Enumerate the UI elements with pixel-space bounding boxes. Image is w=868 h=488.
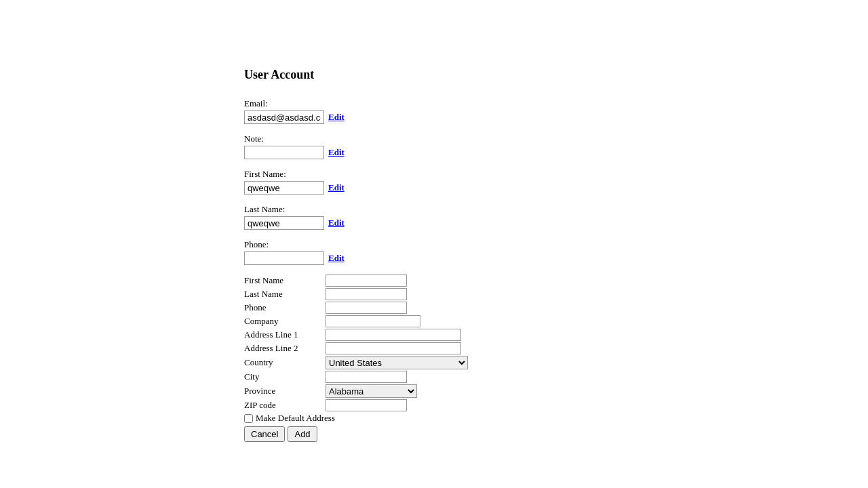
- addr-first-name-label: First Name: [244, 275, 326, 286]
- first-name-row: Edit: [244, 181, 868, 195]
- last-name-group: Last Name: Edit: [244, 204, 868, 230]
- addr-country-row: Country United States: [244, 356, 868, 369]
- addr-last-name-label: Last Name: [244, 289, 326, 300]
- addr-phone-row: Phone: [244, 302, 868, 314]
- phone-row: Edit: [244, 251, 868, 265]
- page-wrapper: User Account Email: Edit Note: Edit Firs…: [0, 0, 868, 442]
- addr-city-label: City: [244, 371, 326, 382]
- addr-country-select[interactable]: United States: [326, 356, 468, 369]
- note-label: Note:: [244, 134, 868, 144]
- addr-zip-label: ZIP code: [244, 400, 326, 411]
- page-title: User Account: [244, 68, 868, 82]
- phone-label: Phone:: [244, 239, 868, 250]
- last-name-input[interactable]: [244, 216, 324, 230]
- addr-province-label: Province: [244, 386, 326, 396]
- phone-group: Phone: Edit: [244, 239, 868, 265]
- email-label: Email:: [244, 98, 868, 109]
- addr-last-name-row: Last Name: [244, 288, 868, 300]
- addr-company-input[interactable]: [326, 315, 420, 327]
- first-name-edit-link[interactable]: Edit: [328, 182, 344, 193]
- email-row: Edit: [244, 110, 868, 124]
- phone-edit-link[interactable]: Edit: [328, 253, 344, 264]
- email-group: Email: Edit: [244, 98, 868, 124]
- addr-first-name-input[interactable]: [326, 274, 407, 287]
- note-row: Edit: [244, 146, 868, 159]
- note-group: Note: Edit: [244, 134, 868, 159]
- addr-zip-input[interactable]: [326, 399, 407, 411]
- last-name-edit-link[interactable]: Edit: [328, 218, 344, 228]
- addr-line2-row: Address Line 2: [244, 342, 868, 354]
- addr-last-name-input[interactable]: [326, 288, 407, 300]
- addr-province-row: Province AlabamaAlaskaArizonaArkansasCal…: [244, 384, 868, 398]
- addr-country-label: Country: [244, 357, 326, 368]
- addr-line1-input[interactable]: [326, 329, 461, 341]
- phone-input[interactable]: [244, 251, 324, 265]
- email-edit-link[interactable]: Edit: [328, 112, 344, 123]
- addr-province-select[interactable]: AlabamaAlaskaArizonaArkansasCaliforniaCo…: [326, 384, 417, 398]
- addr-line1-label: Address Line 1: [244, 329, 326, 340]
- addr-company-label: Company: [244, 316, 326, 327]
- addr-phone-label: Phone: [244, 302, 326, 313]
- addr-city-input[interactable]: [326, 371, 407, 383]
- addr-company-row: Company: [244, 315, 868, 327]
- last-name-row: Edit: [244, 216, 868, 230]
- make-default-row: Make Default Address: [244, 413, 868, 424]
- first-name-label: First Name:: [244, 169, 868, 180]
- first-name-group: First Name: Edit: [244, 169, 868, 195]
- last-name-label: Last Name:: [244, 204, 868, 215]
- note-edit-link[interactable]: Edit: [328, 147, 344, 158]
- addr-first-name-row: First Name: [244, 274, 868, 287]
- first-name-input[interactable]: [244, 181, 324, 195]
- cancel-button[interactable]: Cancel: [244, 426, 285, 442]
- addr-line2-input[interactable]: [326, 342, 461, 354]
- note-input[interactable]: [244, 146, 324, 159]
- make-default-checkbox[interactable]: [244, 414, 253, 423]
- addr-zip-row: ZIP code: [244, 399, 868, 411]
- addr-city-row: City: [244, 371, 868, 383]
- make-default-label: Make Default Address: [256, 413, 335, 424]
- addr-phone-input[interactable]: [326, 302, 407, 314]
- addr-line2-label: Address Line 2: [244, 343, 326, 354]
- add-button[interactable]: Add: [288, 426, 317, 442]
- email-input[interactable]: [244, 110, 324, 124]
- address-section: First Name Last Name Phone Company Addre…: [244, 274, 868, 442]
- form-button-row: Cancel Add: [244, 426, 868, 442]
- addr-line1-row: Address Line 1: [244, 329, 868, 341]
